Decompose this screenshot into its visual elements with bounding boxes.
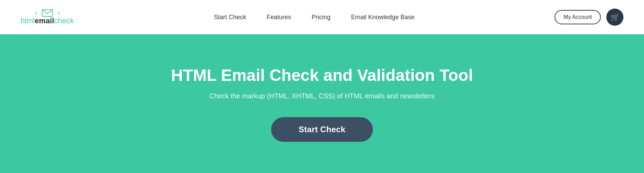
- logo-html-text: html: [21, 17, 35, 25]
- nav-item-start-check[interactable]: Start Check: [214, 14, 246, 21]
- my-account-button[interactable]: My Account: [555, 10, 601, 24]
- start-check-button[interactable]: Start Check: [271, 117, 373, 142]
- hero-subtitle: Check the markup (HTML, XHTML, CSS) of H…: [209, 92, 435, 100]
- logo-check-text: check: [54, 17, 74, 25]
- nav-item-pricing[interactable]: Pricing: [312, 14, 330, 21]
- cart-button[interactable]: 🛒: [606, 9, 623, 26]
- main-nav: Start Check Features Pricing Email Knowl…: [214, 14, 414, 21]
- logo-link[interactable]: ‹ › html email check: [21, 9, 74, 25]
- logo-icon-wrap: ‹ › html email check: [21, 9, 74, 25]
- logo-email-bold-text: email: [35, 17, 54, 25]
- nav-item-features[interactable]: Features: [267, 14, 291, 21]
- hero-section: HTML Email Check and Validation Tool Che…: [0, 34, 644, 173]
- logo-brackets: ‹ ›: [35, 9, 59, 17]
- nav-item-email-knowledge-base[interactable]: Email Knowledge Base: [351, 14, 414, 21]
- cart-icon: 🛒: [611, 13, 619, 21]
- right-bracket-icon: ›: [58, 9, 59, 17]
- left-bracket-icon: ‹: [35, 9, 37, 17]
- header-actions: My Account 🛒: [555, 9, 623, 26]
- header: ‹ › html email check Start Check Feature…: [0, 0, 644, 34]
- logo-text-row: html email check: [21, 17, 74, 25]
- hero-title: HTML Email Check and Validation Tool: [171, 65, 473, 85]
- envelope-icon: [42, 9, 53, 17]
